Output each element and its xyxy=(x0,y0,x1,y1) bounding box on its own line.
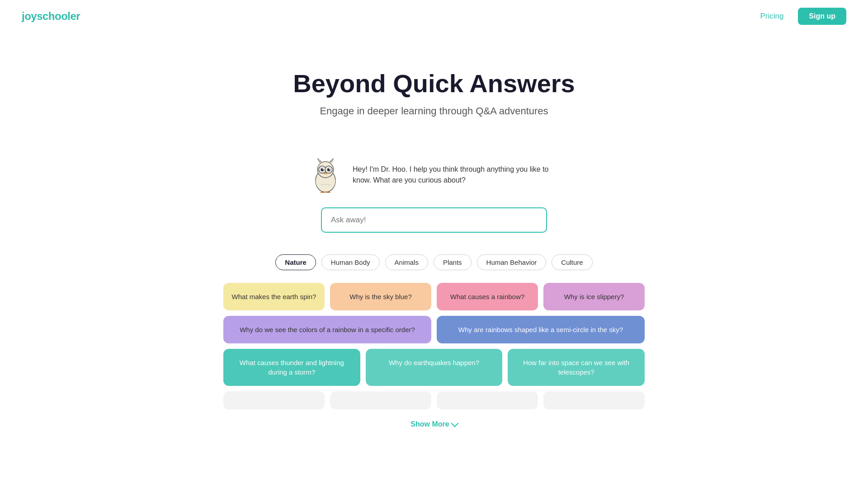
show-more-section: Show More xyxy=(0,420,868,428)
logo[interactable]: joyschooler xyxy=(22,10,80,23)
question-card[interactable]: What causes thunder and lightning during… xyxy=(223,349,360,386)
svg-marker-3 xyxy=(330,159,334,163)
question-card[interactable]: How far into space can we see with teles… xyxy=(508,349,645,386)
category-tab-human-body[interactable]: Human Body xyxy=(321,254,380,270)
question-card[interactable]: Why is ice slippery? xyxy=(543,283,645,310)
owl-chat: Hey! I'm Dr. Hoo. I help you think throu… xyxy=(307,157,561,193)
cards-row-1: What makes the earth spin?Why is the sky… xyxy=(223,283,645,310)
signup-button[interactable]: Sign up xyxy=(798,8,846,25)
show-more-label: Show More xyxy=(410,420,449,428)
question-card[interactable]: Why are rainbows shaped like a semi-circ… xyxy=(437,316,645,343)
category-tab-human-behavior[interactable]: Human Behavior xyxy=(477,254,547,270)
chevron-down-icon xyxy=(451,420,458,427)
question-card[interactable] xyxy=(223,391,325,409)
svg-marker-2 xyxy=(317,159,321,163)
owl-icon xyxy=(307,157,344,193)
pricing-link[interactable]: Pricing xyxy=(760,12,783,21)
owl-avatar xyxy=(307,157,344,193)
category-tab-culture[interactable]: Culture xyxy=(552,254,592,270)
svg-point-10 xyxy=(322,168,324,169)
question-card[interactable]: What causes a rainbow? xyxy=(437,283,538,310)
hero-section: Beyond Quick Answers Engage in deeper le… xyxy=(0,33,868,135)
category-tab-animals[interactable]: Animals xyxy=(385,254,428,270)
hero-title: Beyond Quick Answers xyxy=(0,69,868,98)
category-tabs: NatureHuman BodyAnimalsPlantsHuman Behav… xyxy=(0,254,868,270)
cards-row-4 xyxy=(223,391,645,409)
category-tab-plants[interactable]: Plants xyxy=(434,254,472,270)
search-input[interactable] xyxy=(321,207,547,233)
nav-right: Pricing Sign up xyxy=(760,8,846,25)
category-tab-nature[interactable]: Nature xyxy=(275,254,316,270)
cards-section: What makes the earth spin?Why is the sky… xyxy=(212,283,656,409)
search-section xyxy=(0,207,868,233)
question-card[interactable] xyxy=(330,391,431,409)
question-card[interactable] xyxy=(543,391,645,409)
cards-row-3: What causes thunder and lightning during… xyxy=(223,349,645,386)
show-more-button[interactable]: Show More xyxy=(410,420,457,428)
question-card[interactable] xyxy=(437,391,538,409)
question-card[interactable]: Why do we see the colors of a rainbow in… xyxy=(223,316,431,343)
hero-subtitle: Engage in deeper learning through Q&A ad… xyxy=(0,105,868,117)
svg-point-11 xyxy=(329,168,330,169)
question-card[interactable]: What makes the earth spin? xyxy=(223,283,325,310)
navbar: joyschooler Pricing Sign up xyxy=(0,0,868,33)
question-card[interactable]: Why do earthquakes happen? xyxy=(366,349,503,386)
question-card[interactable]: Why is the sky blue? xyxy=(330,283,431,310)
owl-message: Hey! I'm Dr. Hoo. I help you think throu… xyxy=(353,164,561,186)
cards-row-2: Why do we see the colors of a rainbow in… xyxy=(223,316,645,343)
